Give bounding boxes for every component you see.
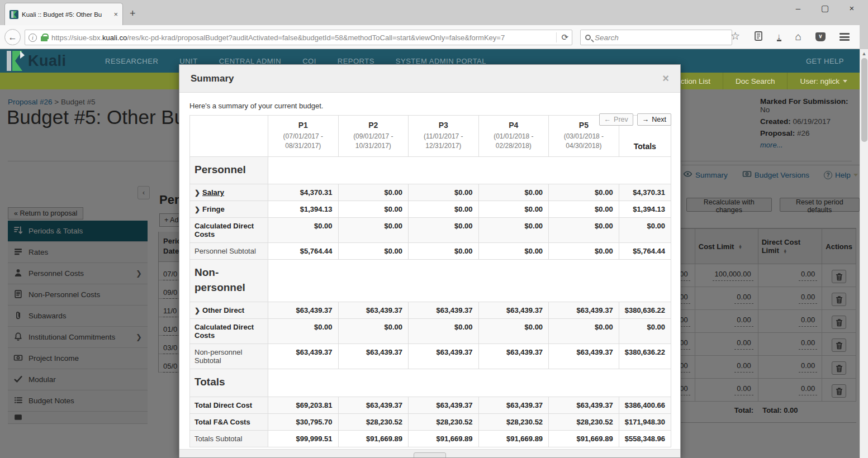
caret-down-icon [843,80,847,83]
modal-body: Here's a summary of your current budget.… [179,93,680,447]
row-label-cell: ❯Salary [190,184,268,201]
period-value-cell: $0.00 [549,184,619,201]
pocket-icon[interactable]: ∨ [815,32,826,41]
row-label-cell: Total Direct Cost [190,397,268,413]
kuali-favicon-icon [10,10,18,19]
period-column-header-p2: P2(09/01/2017 - 10/31/2017) [338,116,409,157]
period-value-cell: $0.00 [478,201,549,218]
totals-value-cell: $386,400.66 [619,397,671,413]
row-label-cell: Calculated Direct Costs [190,218,268,243]
modal-close-icon[interactable]: × [662,72,669,85]
period-value-cell: $69,203.81 [268,397,339,413]
section-label: Totals [190,369,268,397]
period-value-cell: $63,439.37 [409,344,479,369]
page-info-icon[interactable]: i [29,34,37,42]
period-value-cell: $0.00 [409,243,479,260]
period-value-cell: $63,439.37 [338,344,409,369]
bookmark-star-icon[interactable]: ☆ [731,30,740,42]
chevron-right-icon: ❯ [195,206,200,213]
totals-value-cell: $380,636.22 [619,302,671,319]
period-value-cell: $30,795.70 [268,413,339,430]
application-window: Kuali :: Budget #5: Other Bu × + – ▢ × ←… [0,0,868,458]
period-value-cell: $91,669.89 [478,430,549,447]
period-value-cell: $28,230.52 [549,413,619,430]
totals-value-cell: $0.00 [619,319,671,344]
summary-row-other-direct: ❯Other Direct$63,439.37$63,439.37$63,439… [190,302,671,319]
url-bar[interactable]: i https://siue-sbx.kuali.co/res/kc-pd-kr… [25,30,572,45]
period-value-cell: $0.00 [268,319,339,344]
period-value-cell: $0.00 [338,218,409,243]
period-value-cell: $0.00 [338,184,409,201]
section-fill [268,260,671,302]
reload-icon[interactable]: ⟳ [556,32,568,42]
prev-period-button[interactable]: ←Prev [599,113,633,126]
totals-value-cell: $558,348.96 [619,430,671,447]
row-label: Other Direct [202,306,244,314]
back-button[interactable]: ← [4,29,21,45]
period-value-cell: $63,439.37 [268,344,339,369]
row-label: Total Direct Cost [195,401,252,409]
window-minimize-button[interactable]: – [792,3,804,13]
summary-row-totals-subtotal: Totals Subtotal$99,999.51$91,669.89$91,6… [190,430,671,447]
period-value-cell: $0.00 [409,218,479,243]
period-value-cell: $28,230.52 [338,413,409,430]
period-value-cell: $0.00 [338,201,409,218]
new-tab-button[interactable]: + [130,8,136,20]
totals-value-cell: $4,370.31 [619,184,671,201]
budget-summary-table: P1(07/01/2017 - 08/31/2017)P2(09/01/2017… [189,115,671,447]
row-label[interactable]: Salary [202,188,224,197]
summary-row-calculated-direct-costs: Calculated Direct Costs$0.00$0.00$0.00$0… [190,218,671,243]
chevron-right-icon: ❯ [195,307,200,314]
period-value-cell: $0.00 [409,184,479,201]
row-label: Personnel Subtotal [195,247,256,255]
row-label: Totals Subtotal [195,435,242,443]
modal-footer-button[interactable] [414,452,446,458]
period-value-cell: $0.00 [268,218,339,243]
period-column-header-p4: P4(01/01/2018 - 02/28/2018) [478,116,549,157]
window-close-button[interactable]: × [846,3,858,13]
section-row-non-personnel: Non-personnel [190,260,671,302]
search-bar[interactable]: Search [580,30,732,45]
url-text[interactable]: https://siue-sbx.kuali.co/res/kc-pd-krad… [51,34,552,42]
utility-link-user-nglick[interactable]: User: nglick [787,73,860,89]
browser-tab[interactable]: Kuali :: Budget #5: Other Bu × [4,3,123,25]
next-period-button[interactable]: →Next [637,113,671,126]
summary-row-total-direct-cost: Total Direct Cost$69,203.81$63,439.37$63… [190,397,671,413]
period-value-cell: $63,439.37 [409,397,479,413]
browser-scrollbar[interactable]: ▲ [860,49,868,458]
scrollbar-thumb[interactable] [861,58,867,142]
period-column-header-p1: P1(07/01/2017 - 08/31/2017) [268,116,339,157]
chevron-right-icon: ❯ [195,189,200,197]
row-label: Calculated Direct Costs [195,222,254,238]
row-label: Fringe [202,205,225,213]
period-value-cell: $28,230.52 [478,413,549,430]
downloads-icon[interactable]: ↓ [777,33,781,41]
scrollbar-up-arrow-icon[interactable]: ▲ [860,49,868,56]
section-fill [268,369,671,397]
bookmarks-icon[interactable] [754,31,763,43]
period-value-cell: $99,999.51 [268,430,339,447]
totals-value-cell: $1,394.13 [619,201,671,218]
period-value-cell: $63,439.37 [338,302,409,319]
period-value-cell: $91,669.89 [409,430,479,447]
https-lock-icon[interactable] [41,36,48,41]
period-column-header-p3: P3(11/01/2017 - 12/31/2017) [409,116,479,157]
modal-title: Summary [191,73,234,84]
menu-icon[interactable] [839,32,850,42]
period-value-cell: $28,230.52 [409,413,479,430]
browser-navbar: ← i https://siue-sbx.kuali.co/res/kc-pd-… [0,25,860,49]
row-label-cell: Personnel Subtotal [190,243,268,260]
period-value-cell: $0.00 [478,243,549,260]
summary-row-fringe: ❯Fringe$1,394.13$0.00$0.00$0.00$0.00$1,3… [190,201,671,218]
period-value-cell: $63,439.37 [549,344,619,369]
get-help-link[interactable]: GET HELP [806,57,844,65]
row-label-cell: Calculated Direct Costs [190,319,268,344]
period-value-cell: $0.00 [478,184,549,201]
window-maximize-button[interactable]: ▢ [819,3,831,13]
home-icon[interactable]: ⌂ [795,31,801,43]
tab-close-icon[interactable]: × [113,10,118,18]
kuali-logo[interactable]: Kuali [3,50,98,72]
nav-item-researcher[interactable]: RESEARCHER [105,57,158,65]
period-value-cell: $63,439.37 [268,302,339,319]
utility-link-doc-search[interactable]: Doc Search [723,73,788,89]
